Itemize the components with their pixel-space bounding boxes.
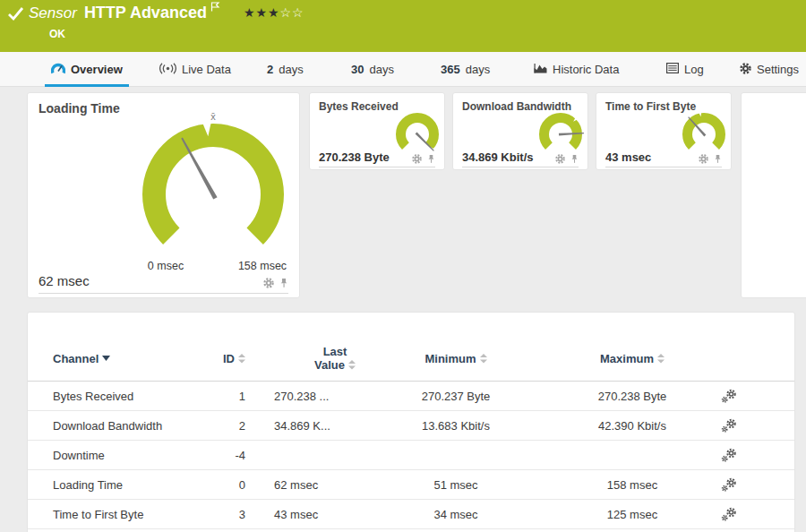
channel-name[interactable]: Downtime	[53, 449, 205, 462]
maximum-value: 270.238 Byte	[583, 390, 682, 403]
log-list-icon	[666, 63, 679, 76]
channel-id: 3	[205, 508, 245, 521]
gauge-min-label: 0 msec	[148, 260, 184, 272]
maximum-value: 158 msec	[583, 478, 682, 492]
pin-icon[interactable]	[427, 154, 435, 164]
last-value: 34.869 K...	[245, 419, 407, 433]
tab-30-days-label: days	[369, 63, 393, 76]
current-value: 34.869 Kbit/s	[462, 150, 534, 164]
tab-settings-label: Settings	[757, 63, 799, 76]
tab-2-days-number: 2	[267, 63, 273, 76]
tab-live-data[interactable]: Live Data	[159, 52, 231, 87]
tab-log[interactable]: Log	[666, 52, 704, 87]
sort-desc-icon	[102, 356, 110, 361]
column-header-maximum[interactable]: Maximum	[583, 352, 682, 365]
partial-panel	[741, 92, 806, 298]
last-value: 43 msec	[245, 508, 407, 521]
channel-gear-icon[interactable]	[412, 154, 422, 164]
current-value: 270.238 Byte	[319, 150, 390, 164]
stars-filled[interactable]: ★★★	[244, 5, 280, 20]
gauge-icon	[51, 63, 65, 77]
tab-bar: Overview Live Data 2 days 30 days 365 da…	[0, 52, 806, 87]
tab-30-days[interactable]: 30 days	[351, 52, 394, 87]
tab-overview-label: Overview	[71, 63, 123, 76]
minimum-value: 34 msec	[407, 508, 505, 521]
channel-name[interactable]: Loading Time	[53, 478, 205, 492]
table-row[interactable]: Time to First Byte 3 43 msec 34 msec 125…	[28, 500, 794, 529]
channel-id: 2	[205, 419, 245, 433]
tab-settings[interactable]: Settings	[740, 52, 799, 87]
stars-empty[interactable]: ☆☆	[280, 5, 304, 20]
tab-2-days-label: days	[279, 63, 303, 76]
column-header-channel[interactable]: Channel	[53, 352, 205, 365]
panel-loading-time: Loading Time x̄ 0 msec 158 msec 62 msec	[27, 92, 300, 298]
settings-gear-icon	[740, 63, 751, 77]
tab-overview[interactable]: Overview	[51, 52, 123, 87]
current-value: 62 msec	[39, 273, 90, 288]
table-row[interactable]: Bytes Received 1 270.238 ... 270.237 Byt…	[28, 382, 794, 411]
channel-settings-gears-icon[interactable]	[721, 448, 737, 463]
column-header-minimum[interactable]: Minimum	[407, 352, 505, 365]
sort-icon	[238, 354, 245, 364]
gauge-max-label: 158 msec	[238, 260, 287, 272]
tab-30-days-number: 30	[351, 63, 364, 76]
loading-time-gauge: x̄ 0 msec 158 msec	[119, 112, 307, 278]
maximum-value: 125 msec	[583, 508, 682, 521]
sort-icon	[657, 354, 665, 364]
current-value: 43 msec	[605, 150, 651, 164]
panel-bytes-received: Bytes Received 270.238 Byte	[309, 92, 445, 170]
channel-name[interactable]: Time to First Byte	[53, 508, 205, 521]
channel-name[interactable]: Bytes Received	[53, 390, 205, 403]
tab-365-days-label: days	[466, 63, 490, 76]
channel-name[interactable]: Download Bandwidth	[53, 419, 205, 433]
last-value: 270.238 ...	[245, 390, 407, 403]
pin-icon[interactable]	[714, 154, 722, 164]
channel-id: -4	[205, 449, 245, 462]
svg-text:x̄: x̄	[210, 112, 216, 122]
table-header-row: Channel ID Last Value Minimum Maximum	[28, 345, 794, 382]
tab-live-data-label: Live Data	[182, 63, 231, 76]
channel-gear-icon[interactable]	[555, 154, 565, 164]
live-data-icon	[159, 63, 176, 77]
minimum-value: 270.237 Byte	[407, 390, 505, 403]
tab-historic-data-label: Historic Data	[553, 63, 619, 76]
channel-id: 1	[205, 390, 245, 403]
ok-check-icon	[7, 6, 24, 25]
panel-time-to-first-byte: Time to First Byte 43 msec	[596, 92, 732, 170]
status-badge: OK	[49, 28, 65, 40]
panel-title: Loading Time	[39, 101, 120, 116]
channel-table-panel: Channel ID Last Value Minimum Maximum By…	[27, 312, 795, 532]
maximum-value: 42.390 Kbit/s	[583, 419, 682, 433]
tab-365-days[interactable]: 365 days	[441, 52, 490, 87]
channel-id: 0	[205, 478, 245, 492]
channel-settings-gears-icon[interactable]	[721, 507, 737, 522]
historic-chart-icon	[534, 63, 547, 76]
channel-gear-icon[interactable]	[699, 154, 708, 164]
sort-icon	[348, 360, 356, 370]
table-row[interactable]: Loading Time 0 62 msec 51 msec 158 msec	[28, 470, 794, 500]
sort-icon	[480, 354, 487, 364]
pin-icon[interactable]	[279, 278, 288, 288]
last-value: 62 msec	[245, 478, 407, 492]
channel-settings-gears-icon[interactable]	[721, 418, 737, 433]
tab-log-label: Log	[684, 63, 704, 76]
pin-icon[interactable]	[570, 154, 579, 164]
column-header-last-value[interactable]: Last Value	[245, 345, 407, 372]
panel-download-bandwidth: Download Bandwidth 34.869 Kbit/s	[452, 92, 588, 170]
tab-2-days[interactable]: 2 days	[267, 52, 304, 87]
sensor-type-label: Sensor	[29, 4, 77, 22]
priority-flag-icon[interactable]	[210, 0, 220, 15]
table-row[interactable]: Downtime -4	[28, 441, 794, 470]
channel-gear-icon[interactable]	[263, 278, 274, 288]
tab-historic-data[interactable]: Historic Data	[534, 52, 619, 87]
sensor-name: HTTP Advanced	[84, 4, 207, 22]
minimum-value: 13.683 Kbit/s	[407, 419, 505, 433]
minimum-value: 51 msec	[407, 478, 505, 492]
tab-365-days-number: 365	[441, 63, 460, 76]
priority-stars[interactable]: ★★★☆☆	[244, 5, 304, 20]
panel-title: Bytes Received	[319, 100, 399, 113]
table-row[interactable]: Download Bandwidth 2 34.869 K... 13.683 …	[28, 411, 794, 441]
column-header-id[interactable]: ID	[205, 352, 245, 365]
channel-settings-gears-icon[interactable]	[721, 389, 737, 404]
channel-settings-gears-icon[interactable]	[721, 477, 737, 493]
